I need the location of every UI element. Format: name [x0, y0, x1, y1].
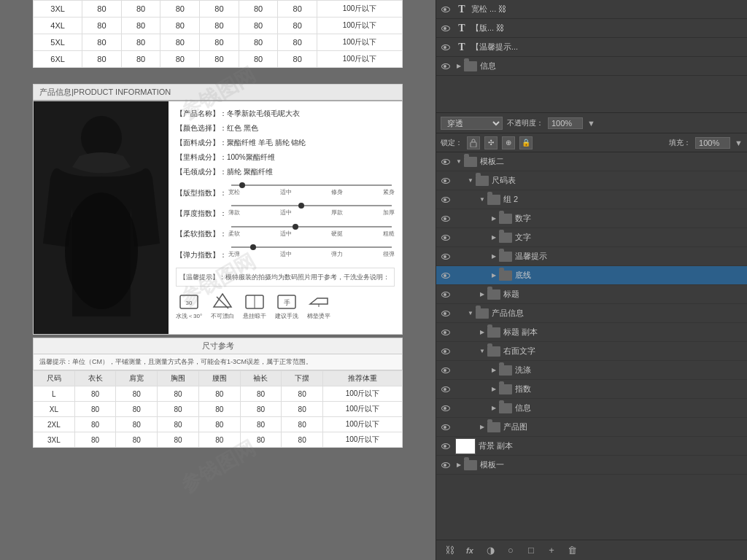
folder-icon [464, 157, 477, 167]
layer-row-title-copy[interactable]: ▶ 标题 副本 [436, 323, 747, 342]
layers-list[interactable]: ▼ 模板二 ▼ 尺码表 ▼ 组 2 ▶ 数字 ▶ [436, 152, 747, 540]
expand-arrow[interactable]: ▼ [479, 348, 486, 355]
col-header-length: 衣长 [74, 371, 116, 386]
expand-arrow[interactable]: ▼ [455, 158, 462, 166]
expand-arrow[interactable]: ▶ [479, 424, 486, 431]
slider-label-stretch: 【弹力指数】： [176, 249, 228, 261]
fx-btn[interactable]: fx [462, 543, 477, 558]
expand-arrow[interactable]: ▶ [479, 329, 486, 336]
layer-row-info[interactable]: ▶ 信息 [436, 399, 747, 418]
layer-item-text3[interactable]: T 【温馨提示... [436, 38, 747, 57]
care-icons: 30 水洗＜30° 不可漂白 [176, 291, 395, 322]
eye-icon[interactable] [439, 22, 452, 35]
eye-icon[interactable] [439, 421, 452, 434]
slider-section: 【版型指数】： 宽松适中修身紧身 【厚度指数】： [176, 184, 395, 263]
layer-row-template1[interactable]: ▶ 模板一 [436, 456, 747, 475]
lock-artboard-btn[interactable]: ⊕ [502, 136, 515, 149]
eye-icon[interactable] [439, 250, 452, 263]
eye-icon[interactable] [439, 60, 452, 73]
lock-all-btn[interactable]: 🔒 [519, 136, 533, 149]
eye-icon[interactable] [439, 440, 452, 453]
eye-icon[interactable] [439, 3, 452, 16]
layer-row-bg-copy[interactable]: 背景 副本 [436, 437, 747, 456]
expand-arrow[interactable]: ▶ [455, 462, 462, 469]
eye-icon[interactable] [439, 459, 452, 472]
blend-mode-select[interactable]: 穿透 正常 溶解 [441, 117, 503, 130]
eye-icon[interactable] [439, 326, 452, 339]
layer-name-text2: 【版... ⛓ [471, 23, 744, 34]
layer-item-folder-info[interactable]: ▶ 信息 [436, 57, 747, 76]
eye-icon[interactable] [439, 155, 452, 168]
delete-layer-btn[interactable]: 🗑 [565, 543, 579, 558]
adjustment-btn[interactable]: ◑ [483, 543, 498, 558]
layer-name-text1: 宽松 ... ⛓ [471, 4, 744, 15]
link-layers-btn[interactable]: ⛓ [442, 543, 457, 558]
expand-arrow[interactable]: ▶ [490, 405, 498, 412]
layer-name: 产品信息 [492, 308, 744, 319]
layer-row-productinfo[interactable]: ▼ 产品信息 [436, 304, 747, 323]
eye-icon[interactable] [439, 193, 452, 206]
top-size-table: 3XL808080808080100斤以下 4XL808080808080100… [33, 0, 403, 68]
eye-icon[interactable] [439, 288, 452, 301]
care-icon-hand-wash: 手 建议手洗 [275, 291, 298, 322]
layer-row-text[interactable]: ▶ 文字 [436, 228, 747, 247]
eye-icon[interactable] [439, 307, 452, 320]
eye-icon[interactable] [439, 231, 452, 244]
product-header: 产品信息|PRODUCT INFORMATION [33, 84, 403, 101]
expand-arrow[interactable]: ▶ [490, 253, 498, 260]
expand-arrow[interactable]: ▶ [490, 272, 498, 279]
text-type-icon: T [455, 3, 468, 16]
lock-position-btn[interactable]: ✣ [484, 136, 498, 149]
layer-row-index[interactable]: ▶ 指数 [436, 380, 747, 399]
fill-input[interactable] [695, 137, 730, 149]
eye-icon[interactable] [439, 402, 452, 415]
expand-arrow[interactable]: ▶ [490, 386, 498, 393]
layer-row-productimg[interactable]: ▶ 产品图 [436, 418, 747, 437]
expand-arrow[interactable]: ▼ [479, 196, 486, 203]
layer-row-baseline[interactable]: ▶ 底线 [436, 266, 747, 285]
slider-row-thickness: 【厚度指数】： 薄款适中厚款加厚 [176, 205, 395, 221]
layer-row-wash[interactable]: ▶ 洗涤 [436, 361, 747, 380]
mask-btn[interactable]: ○ [503, 543, 518, 558]
table-row: 4XL808080808080100斤以下 [34, 18, 403, 34]
eye-icon[interactable] [439, 364, 452, 377]
folder-icon [476, 176, 489, 186]
expand-arrow[interactable]: ▼ [467, 310, 474, 317]
col-header-chest: 胸围 [158, 371, 199, 386]
folder-icon [487, 289, 500, 300]
layer-row-digits[interactable]: ▶ 数字 [436, 209, 747, 228]
layer-row-template2[interactable]: ▼ 模板二 [436, 152, 747, 171]
layer-row-group2[interactable]: ▼ 组 2 [436, 190, 747, 209]
folder-icon [499, 403, 512, 413]
eye-icon[interactable] [439, 212, 452, 225]
layer-row-sizetable[interactable]: ▼ 尺码表 [436, 171, 747, 190]
top-table-section: 3XL808080808080100斤以下 4XL808080808080100… [33, 0, 403, 77]
layer-item-text1[interactable]: T 宽松 ... ⛓ [436, 0, 747, 19]
lock-pixels-btn[interactable] [467, 136, 480, 149]
new-layer-btn[interactable]: + [544, 543, 559, 558]
layer-row-title[interactable]: ▶ 标题 [436, 285, 747, 304]
opacity-arrow[interactable]: ▼ [587, 119, 595, 128]
eye-icon[interactable] [439, 41, 452, 54]
new-group-btn[interactable]: □ [524, 543, 538, 558]
fill-arrow[interactable]: ▼ [735, 139, 743, 147]
eye-icon[interactable] [439, 345, 452, 358]
expand-arrow[interactable]: ▶ [490, 367, 498, 374]
col-header-weight: 推荐体重 [323, 371, 403, 386]
layer-row-warmtip[interactable]: ▶ 温馨提示 [436, 247, 747, 266]
layer-name: 产品图 [503, 421, 744, 432]
eye-icon[interactable] [439, 174, 452, 187]
layer-name: 文字 [515, 232, 744, 243]
expand-arrow[interactable]: ▶ [479, 291, 486, 298]
layer-row-righttext[interactable]: ▼ 右面文字 [436, 342, 747, 361]
eye-icon[interactable] [439, 383, 452, 396]
eye-icon[interactable] [439, 269, 452, 282]
opacity-input[interactable] [548, 117, 583, 129]
layer-item-text2[interactable]: T 【版... ⛓ [436, 19, 747, 38]
expand-arrow[interactable]: ▶ [490, 215, 498, 222]
expand-arrow[interactable]: ▼ [467, 177, 474, 184]
layer-thumbnail [455, 438, 476, 454]
expand-arrow[interactable]: ▶ [490, 234, 498, 241]
opacity-label: 不透明度： [507, 118, 543, 128]
layer-name-info: 信息 [480, 61, 744, 71]
